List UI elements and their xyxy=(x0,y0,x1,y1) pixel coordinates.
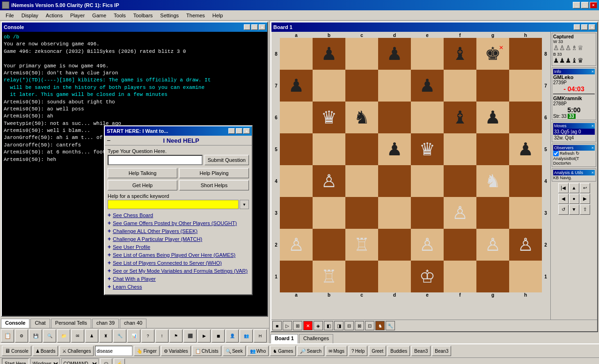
cell-g5[interactable] xyxy=(476,133,509,165)
cell-a8[interactable] xyxy=(280,38,313,70)
console-minimize[interactable]: _ xyxy=(244,24,250,30)
moves-close[interactable]: × xyxy=(592,124,594,128)
cell-h6[interactable] xyxy=(509,102,542,133)
cell-g3[interactable] xyxy=(476,197,509,229)
btn-help[interactable]: ? Help xyxy=(349,346,367,356)
cell-a2[interactable]: ♙ xyxy=(280,229,313,261)
console-maximize[interactable]: □ xyxy=(251,24,258,30)
toolbar-btn-5[interactable]: 📁 xyxy=(57,329,70,342)
cell-c8[interactable] xyxy=(345,38,378,70)
cell-h5[interactable]: ♟ xyxy=(509,133,542,165)
btn-console[interactable]: 🖥 Console xyxy=(2,346,31,356)
cell-a7[interactable]: ♟ xyxy=(280,70,313,102)
help-playing-btn[interactable]: Help Playing xyxy=(179,168,249,178)
toolbar-btn-18[interactable]: 👥 xyxy=(240,329,253,342)
tab-personal-tells[interactable]: Personal Tells xyxy=(51,319,91,328)
cell-c5[interactable] xyxy=(345,133,378,165)
cell-f8[interactable]: ♝ xyxy=(444,38,476,70)
board-ctrl-2[interactable]: ▷ xyxy=(283,321,292,330)
cell-f6[interactable]: ♝ xyxy=(444,102,476,133)
menu-tools[interactable]: Tools xyxy=(110,12,130,19)
cell-b7[interactable] xyxy=(313,70,345,102)
toolbar-btn-13[interactable]: ⚑ xyxy=(169,329,183,342)
btn-finger[interactable]: 👆 Finger xyxy=(134,346,159,356)
cell-g6[interactable]: ♟ xyxy=(476,102,509,133)
btn-lightning[interactable]: ⚡ xyxy=(114,358,125,364)
menu-display[interactable]: Display xyxy=(18,12,42,19)
board-ctrl-8[interactable]: ⊟ xyxy=(344,321,354,330)
cell-e1[interactable]: ♔ xyxy=(411,261,444,292)
tab-chat[interactable]: Chat xyxy=(30,319,50,328)
nav-end[interactable]: ↩ xyxy=(580,183,590,193)
toolbar-btn-10[interactable]: 📊 xyxy=(127,329,140,342)
short-helps-btn[interactable]: Short Helps xyxy=(179,180,249,190)
cell-g4[interactable]: ♞ xyxy=(476,165,509,197)
console-close[interactable]: × xyxy=(259,24,265,30)
link-chat[interactable]: + Chat With a Player xyxy=(108,276,249,282)
tab-chan39[interactable]: chan 39 xyxy=(92,319,119,328)
cell-f5[interactable] xyxy=(444,133,476,165)
toolbar-btn-1[interactable]: 📋 xyxy=(1,329,14,342)
tab-console[interactable]: Console xyxy=(1,319,29,328)
cell-d4[interactable] xyxy=(378,165,411,197)
btn-bean3-1[interactable]: Bean3 xyxy=(411,346,431,356)
board-tab-2[interactable]: Challenges xyxy=(299,334,333,343)
cell-c1[interactable] xyxy=(345,261,378,292)
board-ctrl-9[interactable]: ⊠ xyxy=(355,321,364,330)
board-tab-1[interactable]: Board 1 xyxy=(270,334,298,343)
cell-b8[interactable]: ♟ xyxy=(313,38,345,70)
cell-d2[interactable] xyxy=(378,229,411,261)
cell-d3[interactable] xyxy=(378,197,411,229)
board-ctrl-12[interactable]: 🔧 xyxy=(386,321,395,330)
board-ctrl-11[interactable]: ♞ xyxy=(375,321,385,330)
windows-dropdown[interactable]: Windows xyxy=(30,358,60,364)
minimize-btn[interactable]: _ xyxy=(573,2,580,8)
btn-boards[interactable]: ♟ Boards xyxy=(33,346,58,356)
cell-g2[interactable]: ♙ xyxy=(476,229,509,261)
cell-h3[interactable] xyxy=(509,197,542,229)
cell-f2[interactable] xyxy=(444,229,476,261)
toolbar-btn-12[interactable]: ! xyxy=(155,329,168,342)
nav-down[interactable]: ▼ xyxy=(569,204,579,215)
cell-c4[interactable] xyxy=(345,165,378,197)
collapse-icon[interactable]: − xyxy=(107,137,110,144)
btn-seek[interactable]: 🔍 Seek xyxy=(223,346,246,356)
submit-btn[interactable]: Submit Question xyxy=(205,155,249,165)
cell-f4[interactable] xyxy=(444,165,476,197)
board-ctrl-6[interactable]: ◧ xyxy=(324,321,333,330)
nav-alt[interactable]: ⇧ xyxy=(580,204,590,215)
nav-flip[interactable]: ↺ xyxy=(558,204,569,215)
toolbar-btn-11[interactable]: ? xyxy=(141,329,154,342)
board-ctrl-4[interactable]: ✕ xyxy=(303,321,313,330)
btn-games[interactable]: ♞ Games xyxy=(270,346,296,356)
menu-actions[interactable]: Actions xyxy=(42,12,66,19)
btn-buddies[interactable]: Buddies xyxy=(387,346,410,356)
close-btn[interactable]: × xyxy=(590,2,597,8)
board-minimize[interactable]: _ xyxy=(574,24,580,30)
btn-chlists[interactable]: 📋 Ch/Lists xyxy=(192,346,221,356)
cell-a3[interactable] xyxy=(280,197,313,229)
help-maximize[interactable]: □ xyxy=(236,128,242,134)
cell-e2[interactable]: ♙ xyxy=(411,229,444,261)
btn-who[interactable]: 👥 Who xyxy=(247,346,269,356)
btn-msgs[interactable]: ✉ Msgs xyxy=(326,346,347,356)
toolbar-btn-15[interactable]: ▶ xyxy=(197,329,211,342)
maximize-btn[interactable]: □ xyxy=(581,2,589,8)
btn-search[interactable]: 🔎 Search xyxy=(297,346,324,356)
cell-h8[interactable] xyxy=(509,38,542,70)
nav-center[interactable]: ● xyxy=(569,194,579,204)
btn-start-here[interactable]: Start Here xyxy=(2,358,29,364)
board-maximize[interactable]: □ xyxy=(581,24,588,30)
cell-e7[interactable]: ♟ xyxy=(411,70,444,102)
btn-bean3-2[interactable]: Bean3 xyxy=(432,346,451,356)
cell-h7[interactable] xyxy=(509,70,542,102)
help-minimize[interactable]: _ xyxy=(228,128,235,134)
cell-c2[interactable]: ♖ xyxy=(345,229,378,261)
nav-left[interactable]: ◀ xyxy=(558,194,569,204)
info-close[interactable]: × xyxy=(592,69,594,74)
menu-player[interactable]: Player xyxy=(66,12,88,19)
link-who[interactable]: + See List of Players Connected to Serve… xyxy=(108,260,249,266)
menu-toolbars[interactable]: Toolbars xyxy=(130,12,157,19)
btn-variables[interactable]: ⚙ Variables xyxy=(161,346,191,356)
link-var[interactable]: + See or Set My Mode Variables and Formu… xyxy=(108,268,249,274)
